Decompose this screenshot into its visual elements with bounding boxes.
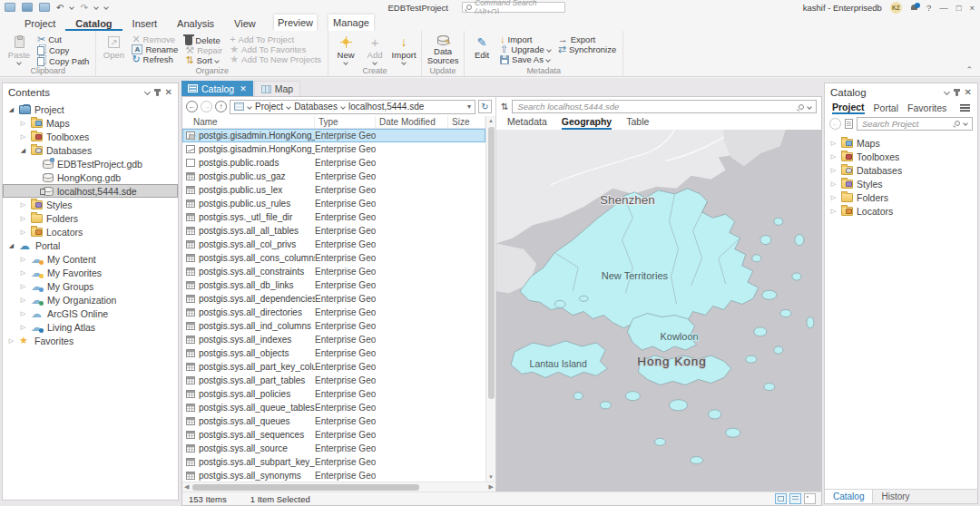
new-button[interactable]: New bbox=[332, 34, 359, 65]
column-header-date-modified[interactable]: Date Modified bbox=[376, 116, 448, 128]
expand-icon[interactable] bbox=[19, 133, 27, 141]
search-options-icon[interactable] bbox=[963, 121, 968, 126]
tree-item[interactable]: Favorites bbox=[3, 334, 178, 347]
expand-icon[interactable] bbox=[19, 147, 27, 154]
close-button[interactable]: × bbox=[969, 3, 975, 13]
geography-preview-map[interactable]: Shenzhen New Territories Kowloon Hong Ko… bbox=[496, 130, 821, 491]
table-row[interactable]: postgis.sys.all_part_tables Enterprise G… bbox=[182, 374, 485, 387]
import-button[interactable]: ↓ Import bbox=[390, 34, 417, 65]
table-row[interactable]: postgis.sys.all_dependencies Enterprise … bbox=[182, 292, 485, 306]
close-panel-icon[interactable]: ✕ bbox=[165, 87, 172, 97]
redo-icon[interactable]: ↷ bbox=[80, 3, 87, 13]
expand-icon[interactable] bbox=[829, 180, 838, 188]
breadcrumb-segment[interactable]: Project bbox=[255, 102, 290, 112]
expand-icon[interactable] bbox=[19, 269, 27, 277]
data-sources-button[interactable]: ✎ Data Sources bbox=[426, 34, 460, 65]
view-tab-catalog[interactable]: Catalog ✕ bbox=[181, 81, 253, 96]
avatar[interactable]: KZ bbox=[890, 2, 902, 14]
view-mode-details-icon[interactable] bbox=[775, 493, 787, 504]
command-search-input[interactable]: Command Search (Alt+Q) bbox=[462, 2, 565, 13]
expand-icon[interactable] bbox=[19, 201, 27, 209]
table-row[interactable]: postgis.gisadmin.HongKong_Roads Enterpri… bbox=[182, 142, 485, 156]
table-row[interactable]: postgis.sys.all_sequences Enterprise Geo… bbox=[182, 428, 485, 442]
customize-qat-icon[interactable] bbox=[103, 5, 109, 10]
delete-button[interactable]: Delete bbox=[185, 34, 222, 45]
refresh-location-icon[interactable]: ↻ bbox=[478, 100, 492, 113]
tree-item[interactable]: Folders bbox=[3, 211, 178, 225]
table-row[interactable]: postgis.sys.all_cons_columns Enterprise … bbox=[182, 251, 485, 265]
table-row[interactable]: postgis.sys.all_policies Enterprise Geod… bbox=[182, 387, 485, 401]
table-row[interactable]: postgis.sys.all_synonyms Enterprise Geod… bbox=[182, 469, 485, 482]
ribbon-tab-catalog[interactable]: Catalog bbox=[65, 15, 122, 31]
tree-item[interactable]: Portal bbox=[3, 238, 178, 252]
save-project-icon[interactable] bbox=[39, 3, 50, 12]
tree-item[interactable]: Locators bbox=[825, 204, 977, 218]
tree-item[interactable]: Maps bbox=[825, 136, 977, 150]
undo-icon[interactable]: ↶ bbox=[56, 3, 64, 13]
vertical-scrollbar[interactable]: ▲▼ bbox=[485, 116, 495, 482]
tree-item[interactable]: Styles bbox=[825, 177, 977, 190]
tab-project[interactable]: Project bbox=[832, 102, 865, 114]
scrollbar-thumb[interactable] bbox=[488, 127, 495, 399]
forward-button[interactable]: → bbox=[201, 101, 212, 112]
scrollbar-thumb[interactable] bbox=[192, 484, 419, 491]
expand-icon[interactable] bbox=[829, 208, 838, 215]
tree-item[interactable]: Databases bbox=[825, 163, 977, 177]
export-metadata-button[interactable]: →Export bbox=[558, 34, 617, 44]
back-button[interactable]: ← bbox=[829, 118, 841, 130]
filter-document-icon[interactable] bbox=[845, 119, 853, 129]
column-header-size[interactable]: Size bbox=[448, 116, 485, 128]
tree-item[interactable]: Living Atlas bbox=[3, 320, 178, 334]
tree-item[interactable]: EDBTestProject.gdb bbox=[3, 157, 178, 170]
add-to-project-button[interactable]: +Add To Project bbox=[230, 34, 321, 44]
breadcrumb-root-dropdown-icon[interactable] bbox=[247, 104, 252, 110]
table-row[interactable]: postgis.sys.all_all_tables Enterprise Ge… bbox=[182, 224, 485, 238]
breadcrumb-root-icon[interactable] bbox=[234, 102, 244, 111]
tab-favorites[interactable]: Favorites bbox=[907, 102, 946, 113]
notifications-icon[interactable] bbox=[910, 4, 918, 12]
table-row[interactable]: postgis.sys.all_queue_tables Enterprise … bbox=[182, 401, 485, 414]
table-row[interactable]: postgis.sys.all_indexes Enterprise Geoda… bbox=[182, 333, 485, 346]
column-header-type[interactable]: Type bbox=[315, 116, 376, 128]
add-button[interactable]: + Add bbox=[361, 34, 388, 65]
new-project-icon[interactable] bbox=[5, 3, 15, 12]
table-row[interactable]: postgis.sys.all_directories Enterprise G… bbox=[182, 306, 485, 319]
close-tab-icon[interactable]: ✕ bbox=[240, 84, 247, 93]
table-row[interactable]: postgis.sys._utl_file_dir Enterprise Geo… bbox=[182, 210, 485, 224]
tab-metadata[interactable]: Metadata bbox=[507, 116, 547, 130]
table-row[interactable]: postgis.sys.all_queues Enterprise Geodat… bbox=[182, 414, 485, 428]
expand-icon[interactable] bbox=[829, 167, 838, 174]
ribbon-tab-analysis[interactable]: Analysis bbox=[167, 15, 224, 31]
rename-button[interactable]: ARename bbox=[132, 44, 178, 54]
tree-item[interactable]: My Organization bbox=[3, 293, 178, 307]
location-dropdown-icon[interactable]: ▾ bbox=[467, 102, 471, 111]
expand-icon[interactable] bbox=[829, 194, 838, 201]
back-button[interactable]: ← bbox=[186, 101, 198, 112]
up-button[interactable]: ↑ bbox=[215, 101, 227, 112]
copy-button[interactable]: Copy bbox=[37, 44, 89, 55]
table-row[interactable]: postgis.sys.all_col_privs Enterprise Geo… bbox=[182, 238, 485, 251]
table-row[interactable]: postgis.public.us_rules Enterprise Geoda… bbox=[182, 197, 485, 210]
remove-button[interactable]: ✕Remove bbox=[132, 34, 178, 44]
cut-button[interactable]: ✂Cut bbox=[37, 34, 89, 44]
project-search-input[interactable]: Search Project bbox=[857, 117, 973, 131]
copy-path-button[interactable]: Copy Path bbox=[37, 55, 89, 66]
open-project-icon[interactable] bbox=[22, 3, 33, 12]
view-tab-map[interactable]: Map bbox=[254, 81, 300, 96]
tree-item[interactable]: Databases bbox=[3, 143, 178, 157]
expand-icon[interactable] bbox=[7, 106, 15, 113]
tree-item[interactable]: Styles bbox=[3, 198, 178, 211]
table-row[interactable]: postgis.gisadmin.HongKong_Proj... Enterp… bbox=[182, 129, 485, 142]
restore-button[interactable]: □ bbox=[956, 3, 962, 13]
bottom-tab-catalog[interactable]: Catalog bbox=[825, 490, 873, 503]
tree-item[interactable]: Folders bbox=[825, 190, 977, 204]
table-row[interactable]: postgis.sys.all_source Enterprise Geodat… bbox=[182, 442, 485, 455]
expand-icon[interactable] bbox=[19, 297, 27, 304]
expand-icon[interactable] bbox=[829, 140, 838, 147]
close-panel-icon[interactable]: ✕ bbox=[965, 87, 972, 97]
horizontal-scrollbar[interactable]: ◀▶ bbox=[182, 482, 495, 491]
help-button[interactable]: ? bbox=[926, 3, 931, 13]
breadcrumb[interactable]: Project Databases localhost,5444.sde ▾ bbox=[230, 100, 475, 114]
tree-item[interactable]: HongKong.gdb bbox=[3, 170, 178, 184]
pin-icon[interactable] bbox=[156, 89, 159, 96]
